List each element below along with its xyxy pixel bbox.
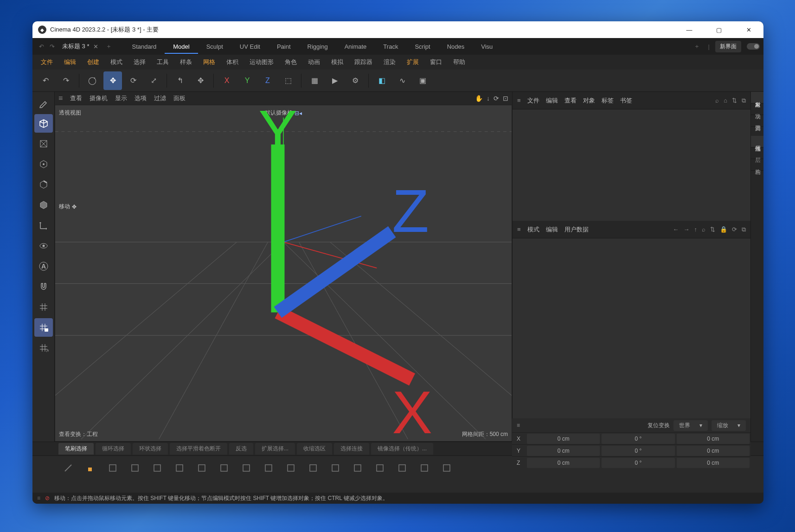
menu-7[interactable]: 网格: [199, 56, 220, 68]
close-button[interactable]: ✕: [739, 24, 758, 35]
generator-button[interactable]: ▣: [413, 71, 432, 90]
poly1-tool-button[interactable]: [415, 459, 434, 477]
layout-tab-animate[interactable]: Animate: [336, 40, 375, 53]
position-input[interactable]: 0 cm: [527, 458, 600, 468]
menu-6[interactable]: 样条: [175, 56, 197, 68]
layout-tab-visu[interactable]: Visu: [473, 40, 501, 53]
render-settings-button[interactable]: ⚙: [346, 71, 365, 90]
home-icon[interactable]: ⌂: [724, 97, 727, 104]
selection-tab[interactable]: 循环选择: [96, 443, 131, 455]
object-manager-body[interactable]: [513, 109, 750, 221]
scale-input[interactable]: 0 cm: [677, 446, 750, 456]
menu-12[interactable]: 模拟: [327, 56, 348, 68]
menu-0[interactable]: 文件: [36, 56, 58, 68]
new-document-icon[interactable]: ＋: [103, 40, 115, 52]
document-close-icon[interactable]: ✕: [93, 43, 98, 50]
filter-icon[interactable]: ⇅: [732, 97, 737, 104]
cube3-tool-button[interactable]: [214, 459, 234, 477]
snap-button[interactable]: [34, 277, 53, 296]
selection-tab[interactable]: 选择平滑着色断开: [170, 443, 227, 455]
popout-icon[interactable]: ⧉: [742, 226, 746, 233]
redo-button[interactable]: ↷: [57, 71, 75, 90]
hamburger-icon[interactable]: ≡: [517, 226, 521, 233]
point-mode-button[interactable]: [34, 155, 53, 173]
viewport-solo-button[interactable]: [34, 237, 53, 255]
attribute-manager-body[interactable]: [513, 238, 750, 442]
fill-tool-button[interactable]: [81, 459, 100, 477]
menu-8[interactable]: 体积: [222, 56, 243, 68]
viewport-menu-item[interactable]: 面板: [173, 95, 186, 102]
menu-10[interactable]: 角色: [280, 56, 301, 68]
search-icon[interactable]: ⌕: [702, 226, 705, 233]
layout-tab-rigging[interactable]: Rigging: [299, 40, 336, 53]
history-back-icon[interactable]: ↶: [36, 41, 47, 52]
new-ui-button[interactable]: 新界面: [715, 41, 741, 52]
side-tab[interactable]: 构造: [751, 159, 763, 171]
cube2-tool-button[interactable]: [192, 459, 212, 477]
make-editable-button[interactable]: [34, 94, 53, 112]
document-tab[interactable]: 未标题 3 * ✕: [58, 40, 103, 52]
layout-tab-paint[interactable]: Paint: [269, 40, 299, 53]
spline-primitive-button[interactable]: ∿: [393, 71, 411, 90]
selection-tab[interactable]: 笔刷选择: [58, 443, 94, 455]
axis-move-button[interactable]: ✥: [191, 71, 210, 90]
menu-2[interactable]: 创建: [83, 56, 104, 68]
texture-mode-button[interactable]: [34, 135, 53, 153]
hamburger-icon[interactable]: ≡: [58, 94, 63, 103]
selection-tab[interactable]: 镜像选择（传统）...: [371, 443, 433, 455]
viewport-menu-item[interactable]: 显示: [115, 95, 127, 102]
side-tab[interactable]: 层: [751, 147, 763, 159]
bridge-tool-button[interactable]: [303, 459, 323, 477]
rotate-button[interactable]: ⟳: [124, 71, 142, 90]
edge-mode-button[interactable]: [34, 175, 53, 194]
menu-9[interactable]: 运动图形: [245, 56, 278, 68]
slide-tool-button[interactable]: [392, 459, 412, 477]
coord-mode-dropdown[interactable]: 缩放▾: [712, 420, 746, 431]
viewport-menu-item[interactable]: 摄像机: [90, 95, 108, 102]
menu-5[interactable]: 工具: [152, 56, 173, 68]
dolly-icon[interactable]: ↓: [487, 95, 490, 102]
nav-up-icon[interactable]: ↑: [694, 226, 698, 233]
knife-tool-button[interactable]: [147, 459, 167, 477]
move-button[interactable]: ✥: [103, 71, 122, 90]
model-mode-button[interactable]: [34, 114, 53, 133]
undo-button[interactable]: ↶: [36, 71, 55, 90]
poly2-tool-button[interactable]: [437, 459, 456, 477]
dissolve-tool-button[interactable]: [370, 459, 390, 477]
layout-tab-standard[interactable]: Standard: [124, 40, 165, 53]
obj-menu-item[interactable]: 编辑: [546, 97, 558, 104]
cube-primitive-button[interactable]: ◧: [372, 71, 391, 90]
side-tab[interactable]: 资产浏览器: [751, 115, 763, 127]
workplane-auto-button[interactable]: A: [34, 339, 53, 357]
cube1-tool-button[interactable]: [170, 459, 189, 477]
side-tab[interactable]: 场次: [751, 103, 763, 115]
render-region-button[interactable]: ▶: [326, 71, 344, 90]
workplane-button[interactable]: [34, 298, 53, 316]
selection-tab[interactable]: 扩展选择...: [255, 443, 295, 455]
menu-15[interactable]: 扩展: [402, 56, 423, 68]
nav-gizmo[interactable]: Y X Z: [55, 111, 506, 442]
reset-transform-button[interactable]: 复位变换: [648, 422, 670, 429]
maximize-viewport-icon[interactable]: ⊡: [503, 95, 508, 102]
layout-tab-nodes[interactable]: Nodes: [439, 40, 473, 53]
extrude-tool-button[interactable]: [237, 459, 256, 477]
collapse-tool-button[interactable]: [348, 459, 367, 477]
side-tab[interactable]: 对象: [751, 92, 763, 103]
rotation-input[interactable]: 0 °: [602, 446, 674, 456]
popout-icon[interactable]: ⧉: [742, 97, 746, 104]
viewport-menu-item[interactable]: 选项: [135, 95, 147, 102]
menu-13[interactable]: 跟踪器: [350, 56, 377, 68]
obj-menu-item[interactable]: 标签: [602, 97, 614, 104]
viewport-menu-item[interactable]: 过滤: [154, 95, 166, 102]
menu-4[interactable]: 选择: [129, 56, 150, 68]
pan-icon[interactable]: ✋: [475, 95, 483, 102]
obj-menu-item[interactable]: 书签: [620, 97, 632, 104]
line-tool-button[interactable]: [58, 459, 78, 477]
selection-tab[interactable]: 选择连接: [334, 443, 369, 455]
inset-tool-button[interactable]: [281, 459, 301, 477]
viewport[interactable]: 透视视图 默认摄像机 ⊟◂ 移动 ✥ 查看变换：工程 网格间距：500 cm Y…: [55, 105, 512, 442]
position-input[interactable]: 0 cm: [527, 434, 600, 444]
attr-menu-item[interactable]: 编辑: [546, 226, 558, 233]
attr-menu-item[interactable]: 用户数据: [564, 226, 589, 233]
selection-tab[interactable]: 收缩选区: [297, 443, 332, 455]
